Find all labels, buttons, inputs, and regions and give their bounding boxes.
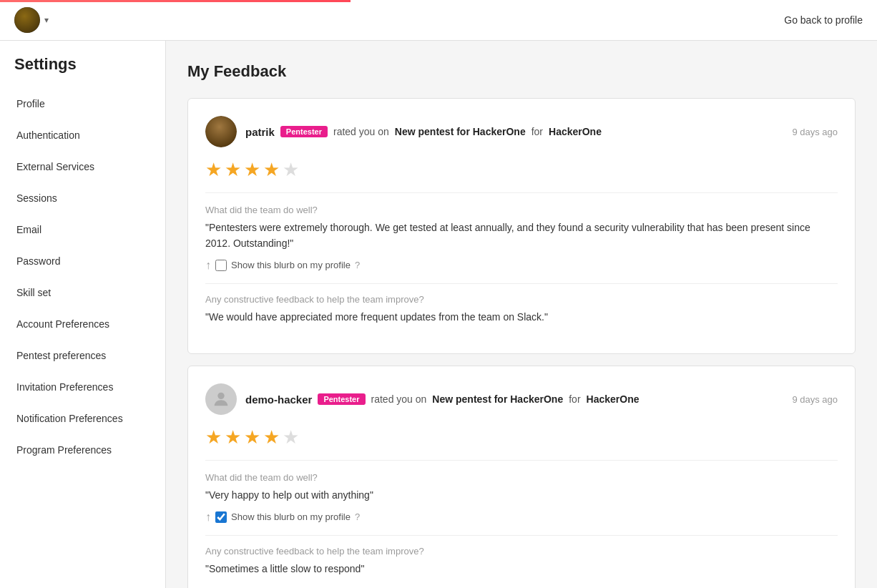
time-ago: 9 days ago: [792, 394, 838, 405]
program-name: New pentest for HackerOne: [395, 126, 526, 137]
sidebar-item-skill-set[interactable]: Skill set: [0, 277, 165, 308]
section-quote-positive: "Very happy to help out with anything": [205, 487, 838, 503]
sidebar-item-sessions[interactable]: Sessions: [0, 182, 165, 214]
show-blurb-checkbox[interactable]: [215, 260, 227, 271]
feedback-section-positive: What did the team do well? "Pentesters w…: [205, 205, 838, 272]
topbar: ▾ Go back to profile: [0, 0, 877, 41]
stars-row: ★ ★ ★ ★ ★: [205, 159, 838, 193]
sidebar-item-email[interactable]: Email: [0, 214, 165, 245]
stars-row: ★ ★ ★ ★ ★: [205, 426, 838, 461]
sidebar-item-pentest-preferences[interactable]: Pentest preferences: [0, 340, 165, 371]
chevron-down-icon: ▾: [44, 15, 49, 25]
program-name: New pentest for HackerOne: [432, 393, 563, 405]
card-header-left: demo-hacker Pentester rated you on New p…: [205, 383, 639, 415]
star-1: ★: [205, 426, 222, 449]
section-label-positive: What did the team do well?: [205, 472, 838, 483]
sidebar-item-authentication[interactable]: Authentication: [0, 119, 165, 151]
section-label-constructive: Any constructive feedback to help the te…: [205, 294, 838, 305]
sidebar-item-invitation-preferences[interactable]: Invitation Preferences: [0, 371, 165, 403]
show-blurb-label: Show this blurb on my profile: [231, 260, 351, 270]
reviewer-avatar: [205, 116, 237, 147]
for-text: for: [569, 393, 580, 405]
sidebar: Settings Profile Authentication External…: [0, 41, 166, 588]
star-3: ★: [244, 426, 260, 449]
help-icon[interactable]: ?: [355, 260, 360, 270]
rated-text: rated you on: [371, 393, 427, 405]
card-header: demo-hacker Pentester rated you on New p…: [205, 383, 838, 415]
reviewer-info: patrik Pentester rated you on New pentes…: [245, 126, 602, 138]
star-4: ★: [263, 426, 280, 449]
section-quote-positive: "Pentesters were extremely thorough. We …: [205, 220, 838, 252]
star-1: ★: [205, 159, 222, 181]
svg-point-0: [217, 393, 224, 399]
go-back-link[interactable]: Go back to profile: [784, 14, 863, 26]
section-quote-constructive: "We would have appreciated more frequent…: [205, 309, 838, 325]
default-avatar-icon: [205, 383, 237, 415]
star-5: ★: [283, 159, 299, 181]
sidebar-item-notification-preferences[interactable]: Notification Preferences: [0, 403, 165, 434]
blurb-row: ↑ Show this blurb on my profile ?: [205, 259, 838, 272]
section-label-constructive: Any constructive feedback to help the te…: [205, 546, 838, 557]
star-2: ★: [225, 159, 241, 181]
star-2: ★: [225, 426, 241, 449]
reviewer-name: patrik: [245, 126, 275, 138]
feedback-section-constructive: Any constructive feedback to help the te…: [205, 546, 838, 577]
help-icon[interactable]: ?: [355, 511, 360, 522]
upload-icon: ↑: [205, 511, 211, 524]
show-blurb-label: Show this blurb on my profile: [231, 511, 351, 522]
time-ago: 9 days ago: [792, 127, 838, 137]
rated-text: rated you on: [333, 126, 389, 137]
feedback-section-constructive: Any constructive feedback to help the te…: [205, 294, 838, 325]
blurb-row: ↑ Show this blurb on my profile ?: [205, 511, 838, 524]
feedback-section-positive: What did the team do well? "Very happy t…: [205, 472, 838, 523]
upload-icon: ↑: [205, 259, 211, 272]
section-divider: [205, 283, 838, 284]
feedback-card: patrik Pentester rated you on New pentes…: [187, 98, 856, 354]
org-name: HackerOne: [549, 126, 602, 137]
card-header-left: patrik Pentester rated you on New pentes…: [205, 116, 602, 147]
pentester-badge: Pentester: [318, 393, 365, 405]
section-quote-constructive: "Sometimes a little slow to respond": [205, 561, 838, 577]
sidebar-item-password[interactable]: Password: [0, 245, 165, 277]
progress-bar: [0, 0, 351, 2]
feedback-card: demo-hacker Pentester rated you on New p…: [187, 366, 856, 588]
section-label-positive: What did the team do well?: [205, 205, 838, 215]
pentester-badge: Pentester: [280, 126, 328, 137]
for-text: for: [531, 126, 543, 137]
star-4: ★: [263, 159, 280, 181]
layout: Settings Profile Authentication External…: [0, 41, 877, 588]
section-divider: [205, 535, 838, 536]
card-header: patrik Pentester rated you on New pentes…: [205, 116, 838, 147]
user-menu[interactable]: ▾: [14, 7, 49, 33]
page-title: My Feedback: [187, 62, 856, 81]
show-blurb-checkbox[interactable]: [215, 511, 227, 523]
sidebar-item-profile[interactable]: Profile: [0, 88, 165, 119]
sidebar-item-program-preferences[interactable]: Program Preferences: [0, 434, 165, 466]
reviewer-avatar: [205, 383, 237, 415]
star-5: ★: [283, 426, 299, 449]
org-name: HackerOne: [587, 393, 640, 405]
star-3: ★: [244, 159, 260, 181]
avatar: [14, 7, 40, 33]
reviewer-name: demo-hacker: [245, 393, 312, 406]
main-content: My Feedback patrik Pentester rated you o…: [166, 41, 877, 588]
sidebar-item-account-preferences[interactable]: Account Preferences: [0, 308, 165, 340]
sidebar-item-external-services[interactable]: External Services: [0, 151, 165, 182]
reviewer-info: demo-hacker Pentester rated you on New p…: [245, 393, 639, 406]
sidebar-title: Settings: [0, 55, 165, 88]
